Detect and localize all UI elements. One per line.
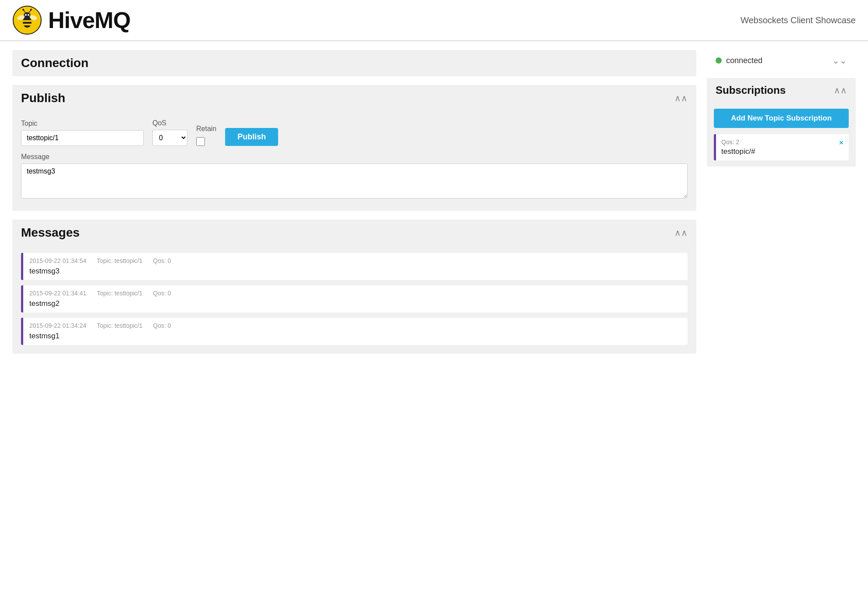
messages-collapse-icon[interactable]: ∧∧ [674,227,688,238]
subscription-qos: Qos: 2 [721,138,843,145]
message-item: 2015-09-22 01:34:54 Topic: testtopic/1 Q… [21,253,688,280]
message-content: testmsg1 [29,332,681,341]
svg-point-10 [22,9,24,11]
app-header: HiveMQ Websockets Client Showcase [0,0,868,41]
app-subtitle: Websockets Client Showcase [741,15,856,25]
svg-point-6 [28,14,29,16]
message-meta: 2015-09-22 01:34:24 Topic: testtopic/1 Q… [29,322,681,329]
message-timestamp: 2015-09-22 01:34:41 [29,290,86,297]
main-layout: Connection Publish ∧∧ Topic QoS [0,41,868,362]
left-panel: Connection Publish ∧∧ Topic QoS [12,50,696,354]
message-qos: Qos: 0 [153,290,171,297]
message-textarea[interactable]: testmsg3 [21,163,688,199]
qos-select[interactable]: 0 1 2 [152,130,187,146]
subscriptions-section: Subscriptions ∧∧ Add New Topic Subscript… [707,78,856,167]
app-logo-text: HiveMQ [48,7,131,33]
message-qos: Qos: 0 [153,257,171,264]
subscription-topic: testtopic/# [721,147,843,156]
svg-rect-2 [23,20,32,22]
retain-label: Retain [196,125,216,133]
messages-list: 2015-09-22 01:34:54 Topic: testtopic/1 Q… [12,246,696,354]
subscriptions-collapse-icon[interactable]: ∧∧ [834,85,847,96]
publish-section-header: Publish ∧∧ [12,85,696,111]
subscription-close-icon[interactable]: × [839,138,843,147]
topic-input[interactable] [21,130,144,146]
publish-title: Publish [21,91,65,105]
message-content: testmsg3 [29,267,681,276]
publish-section: Publish ∧∧ Topic QoS 0 1 2 [12,85,696,211]
publish-section-body: Topic QoS 0 1 2 Retain [12,111,696,211]
subscription-item: Qos: 2 testtopic/# × [714,134,849,160]
messages-section: Messages ∧∧ 2015-09-22 01:34:54 Topic: t… [12,220,696,354]
bee-logo-icon [12,5,42,35]
message-field-group: Message testmsg3 [21,153,688,200]
message-meta: 2015-09-22 01:34:54 Topic: testtopic/1 Q… [29,257,681,264]
subscriptions-title: Subscriptions [716,84,786,96]
message-timestamp: 2015-09-22 01:34:54 [29,257,86,264]
status-dot-icon [716,57,722,64]
publish-button[interactable]: Publish [225,128,278,146]
connection-status-bar: connected ⌄⌄ [707,50,856,71]
publish-collapse-icon[interactable]: ∧∧ [674,93,688,103]
messages-title: Messages [21,226,80,240]
retain-checkbox[interactable] [196,137,205,146]
right-panel: connected ⌄⌄ Subscriptions ∧∧ Add New To… [707,50,856,354]
message-topic: Topic: testtopic/1 [97,257,142,264]
status-text: connected [726,56,762,65]
messages-section-header: Messages ∧∧ [12,220,696,246]
status-indicator: connected [716,56,762,65]
svg-point-5 [25,14,27,16]
qos-field-group: QoS 0 1 2 [152,119,187,146]
message-meta: 2015-09-22 01:34:41 Topic: testtopic/1 Q… [29,290,681,297]
svg-point-12 [30,9,32,11]
connection-collapse-icon[interactable]: ⌄⌄ [832,55,847,66]
message-item: 2015-09-22 01:34:24 Topic: testtopic/1 Q… [21,318,688,345]
message-label: Message [21,153,688,161]
topic-field-group: Topic [21,120,144,146]
logo-area: HiveMQ [12,5,131,35]
svg-point-4 [24,12,31,19]
message-item: 2015-09-22 01:34:41 Topic: testtopic/1 Q… [21,285,688,312]
connection-section: Connection [12,50,696,76]
svg-rect-3 [23,24,32,25]
subscriptions-body: Add New Topic Subscription Qos: 2 testto… [707,103,856,167]
retain-field-group: Retain [196,125,216,146]
topic-label: Topic [21,120,144,128]
subscriptions-header: Subscriptions ∧∧ [707,78,856,103]
message-timestamp: 2015-09-22 01:34:24 [29,322,86,329]
add-subscription-button[interactable]: Add New Topic Subscription [714,109,849,128]
qos-label: QoS [152,119,187,127]
publish-controls-row: Topic QoS 0 1 2 Retain [21,119,688,146]
message-qos: Qos: 0 [153,322,171,329]
message-topic: Topic: testtopic/1 [97,290,142,297]
message-topic: Topic: testtopic/1 [97,322,142,329]
message-content: testmsg2 [29,299,681,308]
connection-title: Connection [21,56,88,70]
